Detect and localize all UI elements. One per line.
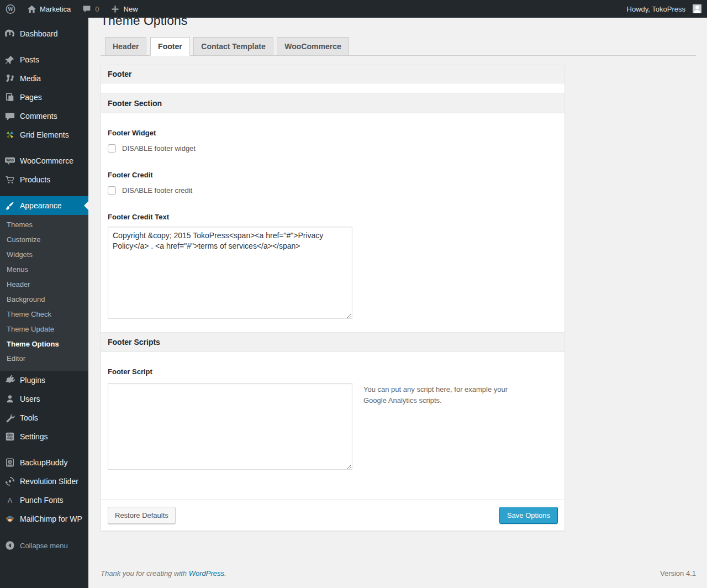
sidebar-label: Users [20, 395, 40, 403]
theme-options-panel: Footer Footer Section Footer Widget DISA… [101, 65, 565, 531]
comment-count: 0 [95, 5, 99, 13]
howdy-text: Howdy, TokoPress [627, 5, 685, 13]
sidebar-item-comments[interactable]: Comments [0, 107, 88, 125]
cart-icon [4, 174, 15, 185]
sidebar-item-media[interactable]: Media [0, 69, 88, 88]
sidebar-item-users[interactable]: Users [0, 390, 88, 408]
submenu-item-background[interactable]: Background [0, 292, 88, 307]
tab-woocommerce[interactable]: WooCommerce [277, 37, 349, 56]
submenu-item-theme-options[interactable]: Theme Options [0, 337, 88, 352]
sidebar-item-pages[interactable]: Pages [0, 88, 88, 107]
sidebar-item-punch-fonts[interactable]: A Punch Fonts [0, 491, 88, 510]
svg-text:A: A [8, 497, 13, 505]
submenu-item-header[interactable]: Header [0, 277, 88, 292]
sidebar-label: MailChimp for WP [20, 514, 82, 523]
sidebar-item-appearance[interactable]: Appearance [0, 196, 88, 215]
submenu-item-theme-update[interactable]: Theme Update [0, 322, 88, 337]
sidebar-item-posts[interactable]: Posts [0, 50, 88, 69]
sidebar-item-grid-elements[interactable]: Grid Elements [0, 125, 88, 144]
submenu-item-customize[interactable]: Customize [0, 233, 88, 248]
sidebar-label: Comments [20, 112, 57, 120]
svg-text:W: W [7, 7, 14, 12]
menu-separator [0, 43, 88, 50]
sidebar-label: Settings [20, 432, 48, 441]
mailchimp-monkey-icon [4, 513, 15, 524]
sidebar-item-tools[interactable]: Tools [0, 408, 88, 427]
panel-title: Footer [101, 65, 564, 83]
tab-footer[interactable]: Footer [150, 37, 190, 56]
new-menu[interactable]: New [105, 0, 144, 18]
menu-separator [0, 144, 88, 151]
footer-script-help: You can put any script here, for example… [363, 383, 529, 406]
main-content: Theme Options Header Footer Contact Temp… [88, 0, 707, 570]
dashboard-icon [4, 28, 15, 39]
tab-bar: Header Footer Contact Template WooCommer… [101, 37, 696, 56]
sidebar-label: WooCommerce [20, 156, 73, 165]
footer-script-label: Footer Script [108, 368, 558, 376]
sidebar-label: Plugins [20, 376, 45, 385]
submenu-item-editor[interactable]: Editor [0, 351, 88, 366]
disable-footer-widget-label[interactable]: DISABLE footer widget [122, 144, 196, 153]
plugin-icon [4, 375, 15, 386]
comment-bubble-icon [82, 4, 92, 14]
user-icon [4, 393, 15, 405]
revolution-slider-icon [4, 476, 15, 487]
sidebar-item-settings[interactable]: Settings [0, 427, 88, 446]
wordpress-link[interactable]: WordPress [189, 569, 224, 578]
footer-credit-label: Footer Credit [108, 171, 558, 179]
footer-section-body: Footer Widget DISABLE footer widget Foot… [101, 113, 564, 332]
submenu-item-themes[interactable]: Themes [0, 218, 88, 233]
submenu-item-widgets[interactable]: Widgets [0, 248, 88, 262]
letter-a-icon: A [4, 495, 15, 506]
panel-action-row: Restore Defaults Save Options [101, 500, 564, 531]
menu-separator [0, 189, 88, 196]
site-name-menu[interactable]: Marketica [21, 0, 76, 18]
disable-footer-credit-label[interactable]: DISABLE footer credit [122, 186, 192, 195]
media-icon [4, 73, 15, 84]
sidebar-item-backupbuddy[interactable]: BackupBuddy [0, 453, 88, 472]
sidebar-label: BackupBuddy [20, 458, 67, 467]
collapse-arrow-icon [4, 540, 15, 551]
restore-defaults-button[interactable]: Restore Defaults [108, 507, 176, 524]
sidebar-item-woocommerce[interactable]: Woo WooCommerce [0, 151, 88, 170]
tab-header[interactable]: Header [105, 37, 146, 56]
appearance-submenu: Themes Customize Widgets Menus Header Ba… [0, 215, 88, 371]
collapse-menu-label: Collapse menu [20, 542, 68, 550]
footer-thanks: Thank you for creating with WordPress. [101, 569, 226, 578]
footer-script-textarea[interactable] [108, 383, 352, 470]
comments-menu[interactable]: 0 [76, 0, 104, 18]
grid-elements-icon [4, 129, 15, 140]
collapse-menu-button[interactable]: Collapse menu [0, 536, 88, 555]
submenu-item-theme-check[interactable]: Theme Check [0, 307, 88, 322]
wordpress-logo-menu[interactable]: W [0, 0, 21, 18]
sidebar-item-mailchimp[interactable]: MailChimp for WP [0, 510, 88, 528]
footer-section-header: Footer Section [101, 93, 564, 113]
avatar [693, 4, 701, 13]
sidebar-item-revolution-slider[interactable]: Revolution Slider [0, 472, 88, 491]
site-name: Marketica [40, 5, 71, 13]
sidebar-item-products[interactable]: Products [0, 170, 88, 189]
backupbuddy-icon [4, 457, 15, 468]
submenu-item-menus[interactable]: Menus [0, 262, 88, 277]
my-account-menu[interactable]: Howdy, TokoPress [621, 0, 707, 18]
home-icon [27, 4, 36, 14]
sidebar-label: Punch Fonts [20, 496, 64, 505]
sidebar-item-dashboard[interactable]: Dashboard [0, 24, 88, 43]
wrench-icon [4, 412, 15, 423]
disable-footer-widget-checkbox[interactable] [108, 144, 116, 153]
sidebar-item-plugins[interactable]: Plugins [0, 371, 88, 390]
sidebar-label: Pages [20, 93, 42, 102]
sidebar-label: Grid Elements [20, 130, 69, 139]
woocommerce-icon: Woo [4, 155, 15, 166]
disable-footer-credit-checkbox[interactable] [108, 186, 116, 195]
footer-scripts-header: Footer Scripts [101, 332, 564, 352]
footer-credit-text-label: Footer Credit Text [108, 213, 558, 221]
sidebar-label: Revolution Slider [20, 477, 78, 486]
save-options-button[interactable]: Save Options [499, 507, 558, 524]
footer-credit-text-textarea[interactable]: Copyright &copy; 2015 TokoPress<span><a … [108, 227, 352, 319]
footer-widget-label: Footer Widget [108, 129, 558, 137]
sidebar-label: Posts [20, 55, 39, 64]
tab-contact-template[interactable]: Contact Template [193, 37, 273, 56]
version-text: Version 4.1 [660, 569, 696, 578]
brush-icon [4, 200, 15, 211]
